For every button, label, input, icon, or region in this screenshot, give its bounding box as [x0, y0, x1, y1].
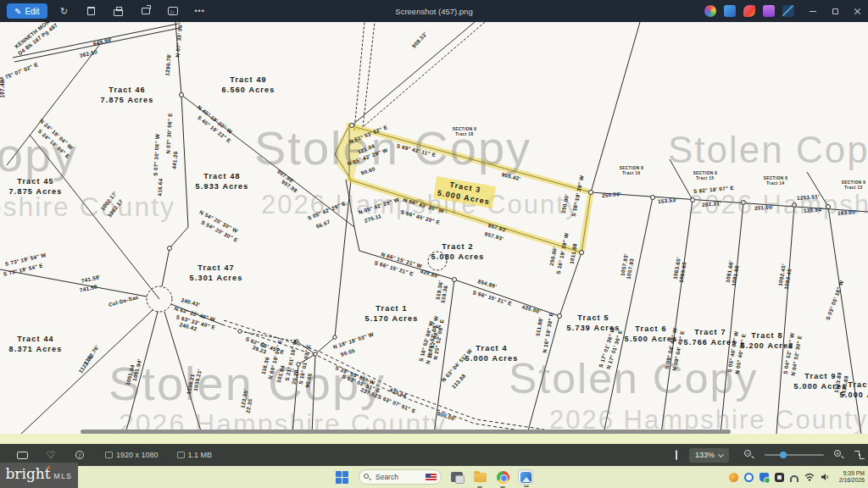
task-view-button[interactable] [449, 469, 465, 485]
fullscreen-button[interactable] [849, 451, 860, 459]
markup-icon[interactable] [782, 5, 794, 17]
favorite-button[interactable]: ♡ [44, 448, 58, 462]
search-icon [364, 474, 371, 481]
tract-label: Tract 25.080 Acres [431, 241, 485, 262]
tray-app-icon-orange[interactable] [729, 473, 738, 482]
tract-label: Tract 45.000 Acres [465, 343, 519, 363]
folder-icon [474, 473, 487, 482]
bearing-label: 197.48 [0, 80, 5, 97]
edit-button-label: Edit [25, 7, 39, 16]
taskbar-clock[interactable]: 5:39 PM 2/16/2026 [839, 470, 865, 484]
file-size-value: 1.1 MB [188, 451, 213, 459]
tract-label: Tract 496.560 Acres [222, 75, 275, 95]
tract-label: Tract 467.875 Acres [101, 85, 154, 105]
edit-button[interactable]: ✎ Edit [7, 3, 47, 19]
chrome-button[interactable] [495, 469, 510, 485]
delete-button[interactable] [81, 3, 102, 19]
heart-icon: ♡ [47, 449, 56, 461]
photos-app-window: ✎ Edit ↻ ▷ ••• Screenshot (457).png [0, 0, 868, 488]
system-tray: 5:39 PM 2/16/2026 [729, 466, 865, 488]
search-placeholder: Search [376, 473, 398, 481]
close-icon [854, 8, 861, 15]
fit-to-window-button[interactable] [676, 451, 677, 459]
titlebar: ✎ Edit ↻ ▷ ••• Screenshot (457).png [0, 0, 868, 22]
section-label: SECTION 8Tract 13 [842, 180, 866, 191]
minimize-button[interactable] [802, 0, 824, 22]
photo-canvas[interactable]: Stolen CopyStolen CopyStolen CopyStolen … [0, 22, 868, 434]
photos-icon [520, 472, 531, 483]
section-label: SECTION 8Tract 15 [693, 171, 718, 181]
file-icon [177, 452, 185, 458]
maximize-button[interactable] [824, 0, 846, 22]
headset-icon[interactable] [790, 475, 798, 482]
slideshow-button[interactable]: ▷ [163, 3, 183, 19]
print-button[interactable] [108, 3, 129, 19]
rotate-button[interactable]: ↻ [54, 3, 75, 19]
rotate-icon: ↻ [60, 6, 68, 17]
tract-label: Tract 475.301 Acres [190, 263, 243, 283]
zoom-slider[interactable] [765, 454, 824, 456]
pencil-icon: ✎ [14, 7, 21, 16]
printer-icon [114, 9, 123, 16]
tract-label: Tract 75.766 Acres [684, 327, 737, 347]
windows-taskbar: Search 5:39 PM 2/16/2026 [0, 466, 868, 488]
minimize-icon [810, 11, 816, 12]
zoom-in-icon: + [834, 450, 841, 457]
tract-label: Tract 15.170 Acres [365, 303, 419, 324]
filmstrip-icon [17, 452, 28, 459]
wifi-icon[interactable] [804, 473, 815, 481]
visual-search-icon[interactable] [743, 5, 755, 17]
image-dimensions-value: 1920 x 1080 [116, 451, 159, 459]
section-label: SECTION 8Tract 16 [620, 166, 644, 176]
flag-icon [426, 474, 437, 481]
image-dimensions: 1920 x 1080 [105, 451, 159, 459]
security-shield-icon[interactable] [760, 473, 769, 482]
canvas-edge-band [0, 434, 868, 444]
tract-label: Tract 485.933 Acres [196, 171, 249, 191]
clock-time: 5:39 PM [839, 470, 865, 477]
filmstrip-button[interactable] [15, 448, 29, 462]
color-filter-icon[interactable] [704, 5, 716, 17]
tray-app-icon-blue[interactable] [744, 473, 754, 482]
tray-app-icon-dark[interactable] [775, 473, 784, 482]
more-icon: ••• [194, 7, 204, 15]
fit-to-window-icon [676, 450, 677, 460]
file-explorer-button[interactable] [472, 469, 487, 485]
brightmls-brand-text: bright [5, 463, 50, 485]
bearing-label: 416.64 [157, 178, 164, 196]
trash-icon [87, 7, 95, 15]
share-icon [142, 8, 150, 14]
info-button[interactable]: i [73, 448, 86, 462]
brightmls-logo: bright MLS [0, 463, 78, 488]
maximize-icon [832, 8, 838, 14]
more-button[interactable]: ••• [190, 3, 210, 19]
task-view-icon [451, 472, 463, 482]
section-label: SECTION 8Tract 14 [764, 176, 788, 186]
tract-label: Tract 457.875 Acres [9, 176, 63, 197]
photos-toolbar: ♡ i 1920 x 1080 1.1 MB 133% − + [0, 444, 868, 466]
auto-enhance-icon[interactable] [724, 5, 736, 17]
brightmls-sub-text: MLS [54, 472, 73, 480]
collage-icon[interactable] [763, 5, 775, 17]
close-button[interactable] [846, 0, 868, 22]
clock-date: 2/16/2026 [839, 477, 865, 484]
zoom-out-icon: − [744, 450, 751, 457]
share-button[interactable] [136, 3, 156, 19]
zoom-out-button[interactable]: − [744, 450, 754, 460]
image-icon [105, 452, 113, 458]
info-icon: i [75, 451, 84, 459]
zoom-level-value: 133% [695, 451, 715, 459]
start-button[interactable] [336, 471, 348, 484]
file-size: 1.1 MB [177, 451, 213, 459]
zoom-level-dropdown[interactable]: 133% [689, 448, 729, 463]
photos-app-button[interactable] [518, 469, 533, 485]
section-label: SECTION 8Tract 18 [453, 127, 477, 137]
taskbar-search[interactable]: Search [359, 469, 442, 485]
tract-label: Tract 448.371 Acres [9, 334, 63, 354]
volume-icon[interactable] [821, 473, 830, 481]
chrome-icon [497, 471, 509, 484]
zoom-slider-thumb[interactable] [780, 452, 787, 458]
slideshow-icon: ▷ [168, 7, 178, 15]
zoom-in-button[interactable]: + [834, 450, 844, 460]
chevron-down-icon [718, 451, 724, 457]
